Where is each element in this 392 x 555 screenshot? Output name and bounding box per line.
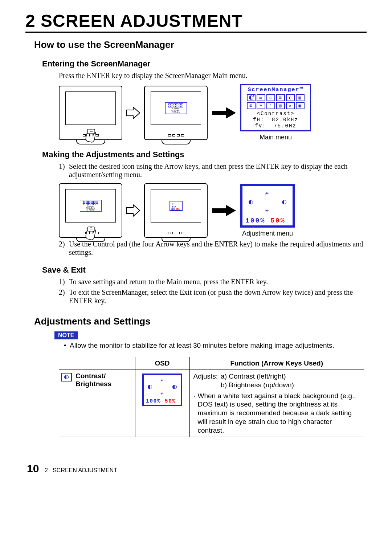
page-number: 10 — [27, 462, 39, 474]
monitor-with-osd: ContrastfH 82.0kHzfV 75.0Hz — [144, 86, 208, 140]
making-item-1: 1)Select the desired icon using the Arro… — [59, 162, 367, 179]
osd-icon-row-1: ▭ ◇ ⊞ ◐ ▦ — [243, 94, 309, 101]
contrast-right-icon — [282, 200, 286, 204]
subsection-saveexit: Save & Exit — [42, 265, 367, 275]
table-header-row: OSD Function (Arrow Keys Used) — [59, 357, 364, 370]
adjust-left-value: 100% — [245, 217, 265, 224]
table-row: Contrast/ Brightness ☀ ☀ 100% 50% Adjust… — [59, 370, 364, 437]
row-func-cell: Adjusts: a) Contrast (left/right) b) Bri… — [189, 370, 364, 437]
settings-table: OSD Function (Arrow Keys Used) Contrast/… — [59, 357, 364, 437]
osd-fv-label: fV: — [255, 123, 266, 129]
osd-adjust-wrapper: ☀ ☀ 100% 50% Adjustment menu — [240, 184, 295, 237]
osd-icon-size: ▭ — [257, 94, 265, 101]
note-badge: NOTE — [54, 331, 78, 339]
arrow-right-hollow-icon — [126, 203, 140, 218]
brightness-down-icon: ☀ — [265, 207, 270, 215]
figure1-caption: Main menu — [240, 134, 311, 141]
section-howto: How to use the ScreenManager — [34, 39, 367, 50]
row-osd-cell: ☀ ☀ 100% 50% — [135, 370, 189, 437]
monitor-with-mainmenu: ContrastfH 82.0kHzfV 75.0Hz — [59, 183, 122, 238]
osd-icon-color: ◐ — [286, 94, 295, 101]
func-b: b) Brightness (up/down) — [221, 381, 294, 389]
contrast-left-icon — [249, 200, 253, 204]
osd-title: ScreenManager™ — [243, 87, 309, 93]
osd-icon-pattern: ⊞ — [247, 102, 256, 109]
row-name-line1: Contrast/ — [75, 372, 106, 380]
th-name — [59, 357, 135, 370]
osd-adjust-panel: ☀ ☀ 100% 50% — [240, 184, 295, 228]
osd-thumbnail: ☀ ☀ 100% 50% — [142, 374, 182, 406]
osd-fv-val: 75.0Hz — [274, 123, 296, 129]
saveexit-list: 1)To save settings and return to the Mai… — [59, 278, 367, 305]
entering-text: Press the ENTER key to display the Scree… — [59, 72, 367, 80]
osd-icon-contrast — [247, 94, 256, 101]
func-a: a) Contrast (left/right) — [221, 372, 294, 381]
th-function: Function (Arrow Keys Used) — [189, 357, 364, 370]
osd-icon-info: » — [257, 102, 265, 109]
adjust-right-value: 50% — [270, 217, 285, 224]
func-intro: Adjusts: — [193, 372, 218, 389]
contrast-brightness-icon — [61, 373, 72, 381]
contrast-left-icon — [148, 385, 152, 389]
osd-icon-filter: ▨ — [276, 102, 285, 109]
osd-info-section: <Contrast> fH: 82.0kHz fV: 75.0Hz — [243, 111, 309, 129]
th-osd: OSD — [135, 357, 189, 370]
figure-main-menu: ContrastfH 82.0kHzfV 75.0Hz ScreenManage… — [59, 84, 367, 141]
arrow-right-solid-icon — [211, 106, 237, 120]
brightness-up-icon: ☀ — [265, 189, 270, 197]
making-list-2: 2)Use the Control pad (the four Arrow ke… — [59, 240, 367, 257]
chapter-number: 2 — [25, 11, 36, 30]
brightness-up-icon: ☀ — [160, 378, 164, 384]
osd-info-label: <Contrast> — [243, 111, 309, 117]
arrow-right-hollow-icon — [126, 106, 140, 120]
contrast-right-icon — [172, 385, 177, 389]
page-footer: 10 2 SCREEN ADJUSTMENT — [25, 462, 367, 475]
func-note: When a white text against a black backgr… — [198, 392, 356, 434]
row-name-line2: Brightness — [75, 380, 111, 388]
subsection-making: Making the Adjustments and Settings — [42, 150, 367, 159]
osd-icon-geometry: ◇ — [266, 94, 275, 101]
making-item-2: 2)Use the Control pad (the four Arrow ke… — [59, 240, 367, 257]
saveexit-item-2: 2)To exit the ScreenManager, select the … — [59, 288, 367, 305]
osd-fh-val: 82.0kHz — [272, 117, 298, 123]
saveexit-item-1: 1)To save settings and return to the Mai… — [59, 278, 367, 286]
subsection-entering: Entering the ScreenManager — [42, 59, 367, 69]
hand-icon — [82, 128, 100, 143]
osd-icon-exit: ▣ — [296, 102, 305, 109]
monitor-with-adjust: ☀◐ ◑☀ 100% 50% — [144, 183, 208, 238]
osd-fh-label: fH: — [253, 117, 264, 123]
osd-icon-row-2: ⊞ » ᴷ ▨ ↺ ▣ — [243, 102, 309, 109]
osd-icon-convergence: ⊞ — [276, 94, 285, 101]
figure-adjust-menu: ContrastfH 82.0kHzfV 75.0Hz ☀◐ ◑☀ 100% 5… — [59, 183, 367, 238]
section-adjustments: Adjustments and Settings — [34, 316, 367, 327]
hand-icon — [82, 226, 100, 241]
figure2-caption: Adjustment menu — [240, 230, 295, 237]
brightness-down-icon: ☀ — [160, 391, 164, 397]
monitor-blank — [59, 86, 122, 140]
note-bullet: Allow the monitor to stabilize for at le… — [64, 342, 345, 350]
chapter-heading: 2 SCREEN ADJUSTMENT — [25, 11, 367, 33]
making-list: 1)Select the desired icon using the Arro… — [59, 162, 367, 179]
footer-chap-title: SCREEN ADJUSTMENT — [53, 467, 117, 473]
osd-main-panel: ScreenManager™ ▭ ◇ ⊞ ◐ ▦ ⊞ » ᴷ ▨ ↺ ▣ <Co… — [240, 84, 311, 131]
chapter-title: SCREEN ADJUSTMENT — [41, 11, 243, 30]
footer-chap-num: 2 — [45, 467, 48, 473]
osd-icon-others: ▦ — [296, 94, 305, 101]
arrow-right-solid-icon — [211, 203, 237, 218]
osd-main-panel-wrapper: ScreenManager™ ▭ ◇ ⊞ ◐ ▦ ⊞ » ᴷ ▨ ↺ ▣ <Co… — [240, 84, 311, 141]
row-name-cell: Contrast/ Brightness — [59, 370, 135, 437]
osd-icon-degauss: ᴷ — [266, 102, 275, 109]
osd-icon-reset: ↺ — [286, 102, 295, 109]
